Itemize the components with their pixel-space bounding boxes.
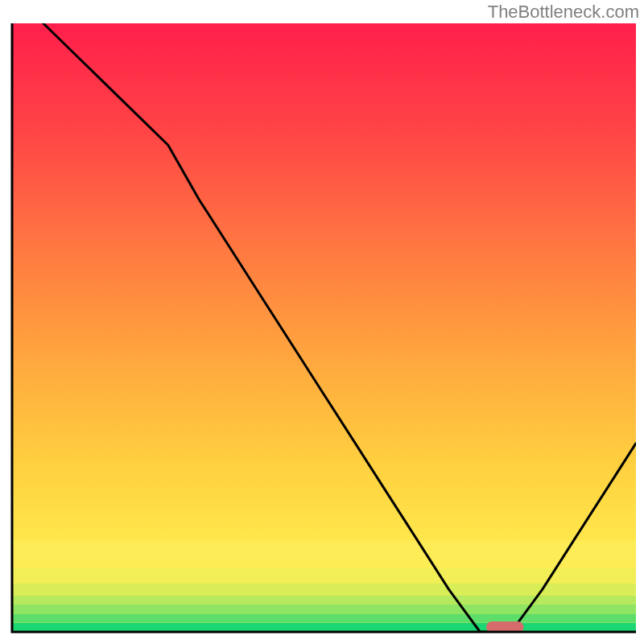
green-stripe (12, 613, 636, 622)
chart-container: TheBottleneck.com (0, 0, 644, 644)
green-stripe (12, 623, 636, 632)
green-stripe (12, 605, 636, 613)
green-stripe (12, 541, 636, 568)
green-stripe (12, 568, 636, 584)
watermark-label: TheBottleneck.com (488, 2, 639, 23)
plot-area (12, 0, 636, 633)
bottleneck-chart (0, 0, 644, 644)
green-stripe (12, 596, 636, 605)
